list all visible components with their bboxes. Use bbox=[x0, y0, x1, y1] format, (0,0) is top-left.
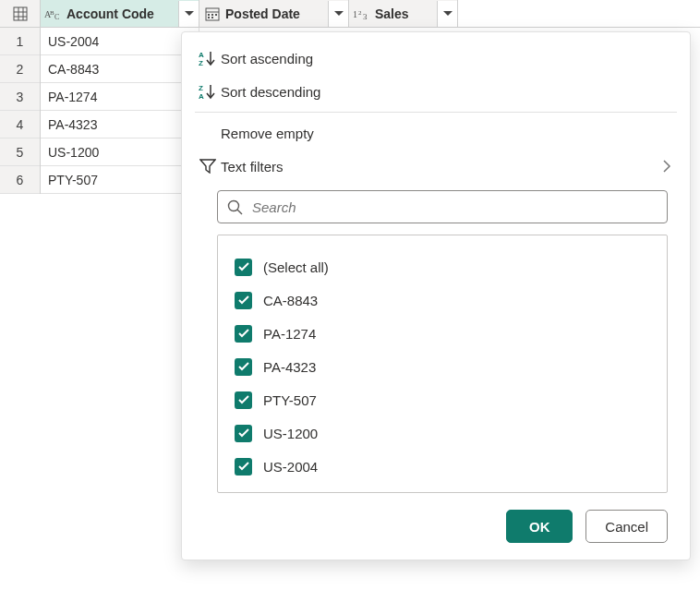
cancel-button[interactable]: Cancel bbox=[585, 510, 668, 543]
row-number-column: 1 2 3 4 5 6 bbox=[0, 28, 41, 194]
menu-separator bbox=[195, 112, 677, 113]
filter-option-label: (Select all) bbox=[263, 259, 329, 275]
filter-option[interactable]: CA-8843 bbox=[235, 283, 650, 317]
table-corner[interactable] bbox=[0, 0, 41, 27]
account-code-column: US-2004 CA-8843 PA-1274 PA-4323 US-1200 … bbox=[41, 28, 199, 194]
sort-descending-item[interactable]: Z A Sort descending bbox=[182, 75, 690, 108]
svg-text:3: 3 bbox=[363, 12, 368, 20]
column-name: Sales bbox=[375, 6, 415, 21]
svg-text:2: 2 bbox=[358, 9, 362, 17]
search-icon bbox=[227, 199, 243, 215]
column-filter-button[interactable] bbox=[178, 1, 199, 27]
menu-label: Remove empty bbox=[221, 126, 671, 141]
filter-option[interactable]: PA-1274 bbox=[235, 317, 650, 350]
sort-asc-icon: A Z bbox=[195, 50, 221, 66]
row-number[interactable]: 3 bbox=[0, 83, 40, 111]
svg-text:A: A bbox=[199, 92, 204, 100]
svg-text:Z: Z bbox=[199, 84, 203, 92]
filter-option[interactable]: US-1200 bbox=[235, 416, 650, 450]
cell[interactable]: PA-1274 bbox=[41, 83, 199, 111]
filter-option[interactable]: PA-4323 bbox=[235, 350, 650, 383]
svg-rect-10 bbox=[208, 14, 210, 16]
svg-text:C: C bbox=[54, 13, 59, 20]
column-name: Posted Date bbox=[225, 6, 306, 21]
sort-ascending-item[interactable]: A Z Sort ascending bbox=[182, 42, 690, 75]
chevron-down-icon bbox=[334, 11, 344, 17]
filter-option-label: PA-4323 bbox=[263, 359, 316, 375]
column-header-posted-date[interactable]: Posted Date bbox=[199, 0, 349, 27]
svg-point-24 bbox=[229, 200, 239, 211]
column-name: Account Code bbox=[66, 6, 160, 21]
filter-value-list[interactable]: (Select all) CA-8843 PA-1274 PA-4323 PTY… bbox=[217, 235, 668, 493]
filter-option[interactable]: PTY-507 bbox=[235, 383, 650, 416]
column-header-sales[interactable]: 1 2 3 Sales bbox=[349, 0, 458, 27]
filter-option-label: US-1200 bbox=[263, 426, 318, 441]
dialog-button-row: OK Cancel bbox=[182, 493, 690, 543]
filter-search-box[interactable] bbox=[217, 190, 668, 223]
svg-rect-13 bbox=[208, 17, 210, 18]
cell[interactable]: US-1200 bbox=[41, 138, 199, 166]
checkbox-checked-icon[interactable] bbox=[235, 425, 252, 442]
checkbox-checked-icon[interactable] bbox=[235, 292, 252, 309]
checkbox-checked-icon[interactable] bbox=[235, 391, 252, 409]
svg-line-25 bbox=[237, 210, 242, 214]
svg-rect-0 bbox=[14, 7, 27, 20]
checkbox-checked-icon[interactable] bbox=[235, 259, 252, 276]
svg-rect-12 bbox=[215, 14, 217, 16]
cell[interactable]: PTY-507 bbox=[41, 166, 199, 194]
text-type-icon: A B C bbox=[41, 7, 66, 20]
column-filter-button[interactable] bbox=[437, 1, 457, 27]
svg-text:Z: Z bbox=[199, 59, 203, 66]
button-label: OK bbox=[529, 519, 550, 535]
number-type-icon: 1 2 3 bbox=[349, 7, 375, 20]
svg-text:1: 1 bbox=[353, 9, 357, 19]
filter-option-select-all[interactable]: (Select all) bbox=[235, 250, 650, 283]
svg-rect-14 bbox=[211, 17, 213, 18]
svg-text:A: A bbox=[199, 51, 204, 59]
column-filter-dropdown: A Z Sort ascending Z A Sort descending R… bbox=[181, 31, 691, 560]
date-type-icon bbox=[199, 6, 225, 21]
chevron-down-icon bbox=[443, 11, 453, 17]
chevron-right-icon bbox=[663, 159, 671, 174]
svg-rect-11 bbox=[211, 14, 213, 16]
checkbox-checked-icon[interactable] bbox=[235, 325, 252, 343]
filter-option-label: PA-1274 bbox=[263, 326, 316, 342]
filter-icon bbox=[195, 159, 221, 174]
cell[interactable]: PA-4323 bbox=[41, 111, 199, 138]
menu-label: Text filters bbox=[221, 159, 663, 175]
ok-button[interactable]: OK bbox=[506, 510, 573, 543]
checkbox-checked-icon[interactable] bbox=[235, 458, 252, 476]
menu-label: Sort descending bbox=[221, 84, 671, 100]
chevron-down-icon bbox=[185, 11, 194, 17]
filter-option-label: CA-8843 bbox=[263, 293, 318, 308]
filter-option-label: PTY-507 bbox=[263, 392, 317, 408]
row-number[interactable]: 6 bbox=[0, 166, 40, 194]
cell[interactable]: US-2004 bbox=[41, 28, 199, 55]
text-filters-item[interactable]: Text filters bbox=[182, 150, 690, 183]
table-icon bbox=[13, 6, 28, 21]
cell[interactable]: CA-8843 bbox=[41, 55, 199, 83]
search-input[interactable] bbox=[250, 199, 658, 216]
remove-empty-item[interactable]: Remove empty bbox=[182, 116, 690, 150]
filter-option-label: US-2004 bbox=[263, 459, 318, 475]
column-header-account-code[interactable]: A B C Account Code bbox=[41, 0, 199, 27]
checkbox-checked-icon[interactable] bbox=[235, 358, 252, 376]
row-number[interactable]: 2 bbox=[0, 55, 40, 83]
button-label: Cancel bbox=[605, 519, 648, 535]
row-number[interactable]: 5 bbox=[0, 138, 40, 166]
column-filter-button[interactable] bbox=[328, 1, 348, 27]
filter-option[interactable]: US-2004 bbox=[235, 450, 650, 483]
column-header-row: A B C Account Code Posted Date bbox=[0, 0, 700, 28]
row-number[interactable]: 1 bbox=[0, 28, 40, 55]
sort-desc-icon: Z A bbox=[195, 83, 221, 100]
row-number[interactable]: 4 bbox=[0, 111, 40, 138]
menu-label: Sort ascending bbox=[221, 51, 671, 66]
